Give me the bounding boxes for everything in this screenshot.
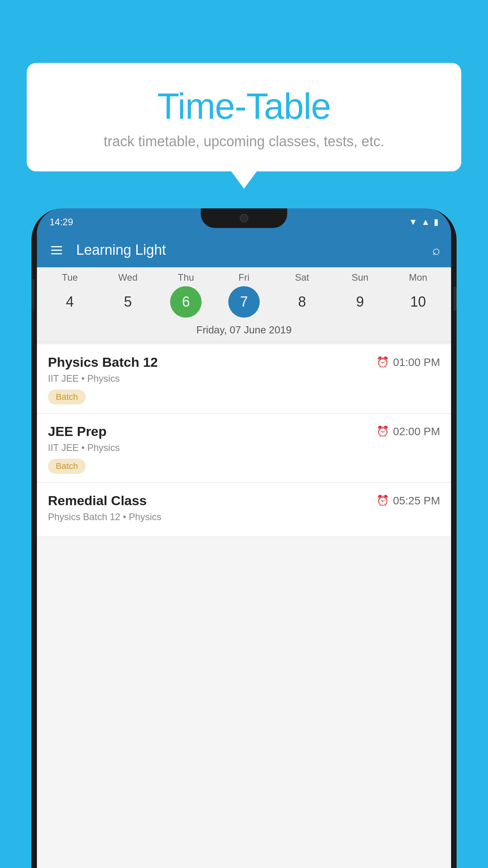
day-number-6[interactable]: 6 xyxy=(170,286,202,318)
day-number-7[interactable]: 7 xyxy=(228,286,260,318)
schedule-list: Physics Batch 12 ⏰ 01:00 PM IIT JEE • Ph… xyxy=(37,344,451,537)
schedule-subtitle-1: IIT JEE • Physics xyxy=(48,442,440,453)
battery-icon: ▮ xyxy=(434,217,438,227)
search-icon[interactable]: ⌕ xyxy=(432,243,440,258)
clock-icon-1: ⏰ xyxy=(376,425,389,438)
batch-badge-0: Batch xyxy=(48,390,86,405)
day-header-tue: Tue xyxy=(54,272,86,283)
schedule-title-0: Physics Batch 12 xyxy=(48,355,158,370)
day-header-wed: Wed xyxy=(112,272,144,283)
schedule-title-2: Remedial Class xyxy=(48,493,147,508)
day-header-thu: Thu xyxy=(170,272,202,283)
day-numbers: 45678910 xyxy=(37,283,451,322)
clock-icon-0: ⏰ xyxy=(376,356,389,368)
schedule-time-0: ⏰ 01:00 PM xyxy=(376,356,440,369)
schedule-item-1[interactable]: JEE Prep ⏰ 02:00 PM IIT JEE • Physics Ba… xyxy=(37,414,451,483)
schedule-item-0[interactable]: Physics Batch 12 ⏰ 01:00 PM IIT JEE • Ph… xyxy=(37,344,451,414)
schedule-subtitle-2: Physics Batch 12 • Physics xyxy=(48,511,440,522)
schedule-title-1: JEE Prep xyxy=(48,424,106,439)
day-number-9[interactable]: 9 xyxy=(344,286,376,318)
selected-date-label: Friday, 07 June 2019 xyxy=(37,322,451,342)
day-headers: TueWedThuFriSatSunMon xyxy=(37,272,451,283)
bubble-subtitle: track timetable, upcoming classes, tests… xyxy=(42,133,446,150)
phone-frame: 14:29 ▼ ▲ ▮ Learning Light ⌕ TueWedThuFr… xyxy=(31,208,457,868)
speech-bubble: Time-Table track timetable, upcoming cla… xyxy=(27,63,461,171)
day-number-8[interactable]: 8 xyxy=(286,286,318,318)
schedule-item-2[interactable]: Remedial Class ⏰ 05:25 PM Physics Batch … xyxy=(37,483,451,537)
clock-icon-2: ⏰ xyxy=(376,495,389,507)
phone-camera xyxy=(240,214,248,223)
phone-screen: 14:29 ▼ ▲ ▮ Learning Light ⌕ TueWedThuFr… xyxy=(37,208,451,868)
phone-edge-right xyxy=(453,287,457,311)
schedule-item-header-2: Remedial Class ⏰ 05:25 PM xyxy=(48,493,440,508)
app-toolbar: Learning Light ⌕ xyxy=(37,233,451,267)
day-number-5[interactable]: 5 xyxy=(112,286,144,318)
bubble-title: Time-Table xyxy=(42,86,446,126)
status-time: 14:29 xyxy=(50,217,73,228)
wifi-icon: ▼ xyxy=(409,217,417,227)
schedule-time-2: ⏰ 05:25 PM xyxy=(376,495,440,507)
schedule-subtitle-0: IIT JEE • Physics xyxy=(48,373,440,384)
schedule-item-header-1: JEE Prep ⏰ 02:00 PM xyxy=(48,424,440,439)
batch-badge-1: Batch xyxy=(48,459,86,474)
schedule-time-1: ⏰ 02:00 PM xyxy=(376,425,440,438)
day-header-sat: Sat xyxy=(286,272,318,283)
app-title: Learning Light xyxy=(76,242,421,258)
day-number-10[interactable]: 10 xyxy=(402,286,434,318)
schedule-item-header-0: Physics Batch 12 ⏰ 01:00 PM xyxy=(48,355,440,370)
calendar-strip: TueWedThuFriSatSunMon 45678910 Friday, 0… xyxy=(37,267,451,344)
day-header-sun: Sun xyxy=(344,272,376,283)
day-number-4[interactable]: 4 xyxy=(54,286,86,318)
signal-icon: ▲ xyxy=(421,217,430,227)
hamburger-menu-icon[interactable] xyxy=(48,243,65,257)
day-header-mon: Mon xyxy=(402,272,434,283)
day-header-fri: Fri xyxy=(228,272,260,283)
speech-bubble-container: Time-Table track timetable, upcoming cla… xyxy=(27,63,461,171)
status-icons: ▼ ▲ ▮ xyxy=(409,217,438,227)
phone-edge-left xyxy=(31,279,35,311)
